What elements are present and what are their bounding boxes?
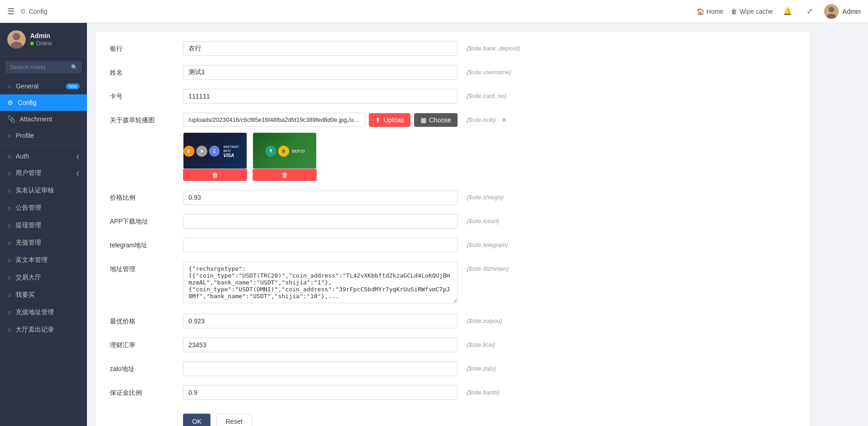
wipe-cache-label: Wipe cache (739, 8, 773, 15)
zalo-label: zalo地址 (110, 361, 183, 373)
finance-rate-input[interactable] (183, 338, 458, 352)
name-input[interactable] (183, 65, 458, 80)
sidebar-item-realname[interactable]: ○ 实名认证审核 (0, 182, 87, 199)
card-input[interactable] (183, 89, 458, 104)
status-dot (30, 42, 34, 45)
bnb-icon: B (278, 146, 289, 157)
sidebar-item-withdraw[interactable]: ○ 提现管理 (0, 217, 87, 234)
best-price-input-wrapper (183, 314, 458, 328)
card-label: 卡号 (110, 89, 183, 101)
home-link[interactable]: 🏠 Home (696, 8, 723, 15)
svg-point-1 (829, 7, 834, 12)
carousel-path-input[interactable] (183, 113, 365, 127)
avatar (824, 4, 839, 19)
choose-button[interactable]: ▦ Choose (414, 113, 458, 127)
sidebar-item-usermgmt[interactable]: ○ 用户管理 ❮ (0, 164, 87, 182)
address-textarea[interactable]: {"rechargetype":[{"coin_type":"USDT(TRC2… (183, 262, 458, 303)
realname-icon: ○ (7, 187, 11, 194)
wipe-cache-icon: 🗑 (731, 8, 737, 15)
sidebar-item-label: 用户管理 (16, 169, 41, 177)
sidebar-item-announcement[interactable]: ○ 公告管理 (0, 199, 87, 217)
sidebar-item-recharge-addr[interactable]: ○ 充值地址管理 (0, 304, 87, 321)
sidebar-item-richtext[interactable]: ○ 富文本管理 (0, 251, 87, 269)
sidebar-item-label: 富文本管理 (16, 256, 48, 264)
carousel-label: 关于拨萃轮播图 (110, 113, 183, 125)
image-item-2: ₮ B BEP20 🗑 (253, 132, 317, 181)
zalo-row: zalo地址 {$site.zalo} (110, 361, 796, 376)
sidebar-avatar (7, 30, 26, 49)
config-icon: ⚙ (7, 99, 13, 106)
topbar: ☰ ⚙ Config 🏠 Home 🗑 Wipe cache 🔔 ⤢ Admin (0, 0, 868, 23)
app-download-row: APP下载地址 {$site.iosurl} (110, 214, 796, 229)
sidebar-item-auth[interactable]: ○ Auth ❮ (0, 148, 87, 164)
sidebar-item-recharge[interactable]: ○ 充值管理 (0, 234, 87, 251)
search-input[interactable] (5, 61, 81, 73)
carousel-close-icon[interactable]: ✕ (501, 113, 507, 124)
telegram-var: {$site.telegram} (467, 238, 508, 248)
btc-icon: ₿ (183, 146, 194, 157)
sidebar-user-info: Admin Online (30, 32, 52, 47)
ok-button[interactable]: OK (183, 414, 210, 426)
upload-input-row: ⬆ Upload ▦ Choose (183, 113, 458, 127)
best-price-input[interactable] (183, 314, 458, 328)
finance-rate-input-wrapper (183, 338, 458, 352)
sidebar-item-profile[interactable]: ○ Profile (0, 127, 87, 144)
sidebar-item-general[interactable]: ○ General new (0, 78, 87, 94)
attachment-icon: 📎 (7, 115, 15, 123)
breadcrumb: ⚙ Config (20, 8, 47, 15)
card-row: 卡号 {$site.card_no} (110, 89, 796, 104)
app-download-input-wrapper (183, 214, 458, 229)
deposit-ratio-input[interactable] (183, 385, 458, 400)
notify-icon[interactable]: 🔔 (780, 4, 795, 19)
bank-input[interactable] (183, 41, 458, 56)
image-gallery: ₿ ✕ Ξ INSTANT BUY VISA (183, 132, 458, 181)
image-delete-2[interactable]: 🗑 (253, 169, 317, 181)
card-input-wrapper (183, 89, 458, 104)
upload-button[interactable]: ⬆ Upload (369, 113, 410, 127)
app-download-input[interactable] (183, 214, 458, 229)
svg-point-4 (13, 33, 20, 40)
hamburger-icon[interactable]: ☰ (7, 6, 15, 16)
sidebar-item-sell-records[interactable]: ○ 大厅卖出记录 (0, 321, 87, 339)
sidebar-item-label: 公告管理 (16, 204, 41, 212)
carousel-input-wrapper: ⬆ Upload ▦ Choose (183, 113, 458, 181)
wipe-cache-link[interactable]: 🗑 Wipe cache (731, 8, 773, 15)
price-ratio-var: {$site.shoujia} (467, 190, 504, 201)
sidebar-item-label: Attachment (20, 115, 52, 123)
zalo-input[interactable] (183, 361, 458, 376)
fullscreen-icon[interactable]: ⤢ (802, 4, 817, 19)
telegram-row: telegram地址 {$site.telegram} (110, 238, 796, 252)
general-icon: ○ (7, 82, 11, 90)
sidebar-item-attachment[interactable]: 📎 Attachment (0, 111, 87, 127)
address-input-wrapper: {"rechargetype":[{"coin_type":"USDT(TRC2… (183, 262, 458, 305)
sidebar-item-label: 交易大厅 (16, 273, 41, 282)
sidebar-profile: Admin Online (0, 23, 87, 56)
sidebar: Admin Online 🔍 ○ General new (0, 23, 87, 426)
name-row: 姓名 {$site.username} (110, 65, 796, 80)
sidebar-item-label: 充值管理 (16, 239, 41, 247)
best-price-row: 最优价格 {$site.zuiyou} (110, 314, 796, 328)
sidebar-item-trading-hall[interactable]: ○ 交易大厅 (0, 269, 87, 286)
sidebar-item-config[interactable]: ⚙ Config (0, 94, 87, 111)
bank-var: {$site.bank_deposit} (467, 41, 520, 52)
telegram-input-wrapper (183, 238, 458, 252)
sidebar-item-buy[interactable]: ○ 我要买 (0, 286, 87, 304)
image-delete-1[interactable]: 🗑 (183, 169, 247, 181)
sidebar-item-label: Config (18, 99, 36, 106)
arrow-icon: ❮ (76, 171, 80, 176)
app-download-label: APP下载地址 (110, 214, 183, 226)
admin-menu[interactable]: Admin (824, 4, 861, 19)
breadcrumb-label: Config (29, 8, 47, 15)
finance-rate-label: 理财汇率 (110, 338, 183, 350)
recharge-icon: ○ (7, 239, 11, 246)
home-label: Home (706, 8, 723, 15)
bank-row: 银行 {$site.bank_deposit} (110, 41, 796, 56)
price-ratio-input[interactable] (183, 190, 458, 205)
sidebar-item-label: General (16, 82, 38, 90)
reset-button[interactable]: Reset (216, 414, 252, 426)
upload-icon: ⬆ (375, 116, 381, 124)
topbar-right: 🏠 Home 🗑 Wipe cache 🔔 ⤢ Admin (696, 4, 861, 19)
usermgmt-icon: ○ (7, 169, 11, 177)
sidebar-item-label: 我要买 (16, 291, 35, 299)
telegram-input[interactable] (183, 238, 458, 252)
